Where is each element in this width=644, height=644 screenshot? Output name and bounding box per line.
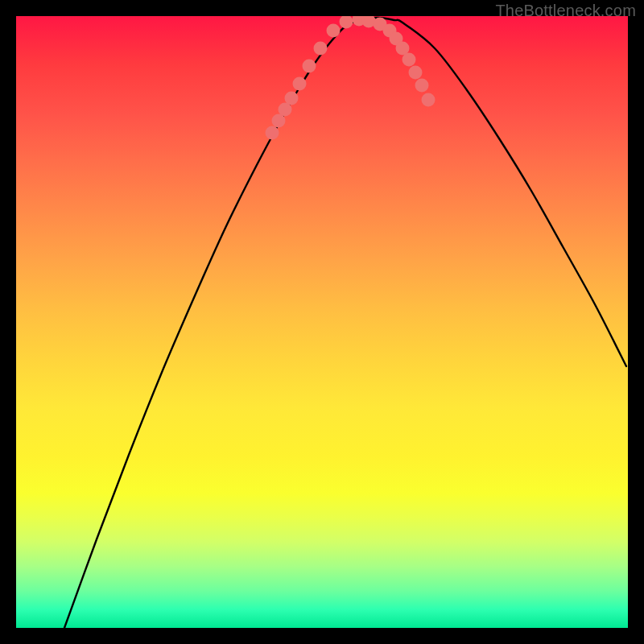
chart-frame: TheBottleneck.com: [0, 0, 644, 644]
highlight-dot: [303, 60, 316, 73]
highlight-dot: [340, 16, 353, 29]
highlight-dot: [327, 24, 341, 38]
bottleneck-curve-line: [64, 18, 626, 628]
highlight-dot: [293, 77, 307, 91]
watermark-text: TheBottleneck.com: [495, 2, 636, 20]
chart-svg: [16, 16, 628, 628]
highlight-dot: [415, 79, 429, 93]
highlight-dot: [409, 66, 423, 80]
plot-area: [16, 16, 628, 628]
highlight-dot: [402, 53, 416, 67]
highlight-dot: [266, 126, 279, 140]
highlight-dot: [422, 93, 436, 107]
highlight-dot: [285, 92, 299, 105]
highlight-dot: [314, 42, 328, 56]
highlight-dots-group: [266, 16, 436, 140]
